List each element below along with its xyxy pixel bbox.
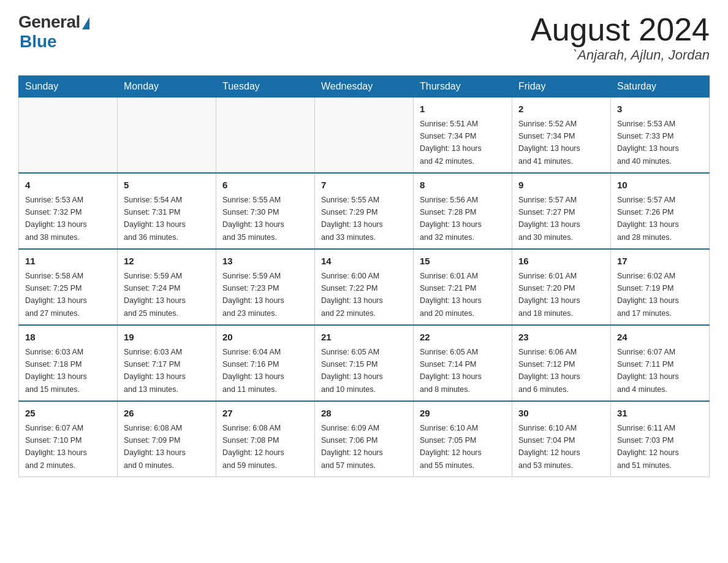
day-number: 15 <box>420 255 506 269</box>
calendar-cell: 28Sunrise: 6:09 AM Sunset: 7:06 PM Dayli… <box>315 401 414 477</box>
calendar-cell: 23Sunrise: 6:06 AM Sunset: 7:12 PM Dayli… <box>512 325 611 401</box>
calendar-header-saturday: Saturday <box>611 76 710 98</box>
day-number: 6 <box>222 178 308 193</box>
location-subtitle: `Anjarah, Ajlun, Jordan <box>531 47 710 63</box>
calendar-cell: 15Sunrise: 6:01 AM Sunset: 7:21 PM Dayli… <box>414 249 512 325</box>
day-info: Sunrise: 6:00 AM Sunset: 7:22 PM Dayligh… <box>321 272 383 318</box>
logo-blue-text: Blue <box>20 32 57 52</box>
calendar-cell: 4Sunrise: 5:53 AM Sunset: 7:32 PM Daylig… <box>19 173 118 249</box>
day-number: 8 <box>420 178 506 193</box>
calendar-cell: 3Sunrise: 5:53 AM Sunset: 7:33 PM Daylig… <box>611 98 710 174</box>
day-info: Sunrise: 5:55 AM Sunset: 7:29 PM Dayligh… <box>321 196 383 242</box>
day-number: 1 <box>420 102 506 117</box>
day-number: 29 <box>420 407 506 421</box>
calendar-table: SundayMondayTuesdayWednesdayThursdayFrid… <box>18 75 710 477</box>
page-header: General Blue August 2024 `Anjarah, Ajlun… <box>18 12 710 63</box>
day-info: Sunrise: 5:53 AM Sunset: 7:33 PM Dayligh… <box>617 120 679 166</box>
calendar-header-friday: Friday <box>512 76 611 98</box>
calendar-cell: 1Sunrise: 5:51 AM Sunset: 7:34 PM Daylig… <box>414 98 512 174</box>
day-number: 18 <box>25 331 111 345</box>
day-number: 24 <box>617 331 703 345</box>
day-info: Sunrise: 5:57 AM Sunset: 7:27 PM Dayligh… <box>518 196 580 242</box>
calendar-week-row: 11Sunrise: 5:58 AM Sunset: 7:25 PM Dayli… <box>19 249 710 325</box>
day-number: 5 <box>124 178 210 193</box>
calendar-header-monday: Monday <box>118 76 216 98</box>
day-number: 7 <box>321 178 407 193</box>
day-info: Sunrise: 6:10 AM Sunset: 7:05 PM Dayligh… <box>420 424 482 470</box>
day-number: 12 <box>124 255 210 269</box>
title-block: August 2024 `Anjarah, Ajlun, Jordan <box>531 12 710 63</box>
day-info: Sunrise: 5:56 AM Sunset: 7:28 PM Dayligh… <box>420 196 482 242</box>
calendar-cell: 8Sunrise: 5:56 AM Sunset: 7:28 PM Daylig… <box>414 173 512 249</box>
day-number: 20 <box>222 331 308 345</box>
day-info: Sunrise: 6:01 AM Sunset: 7:20 PM Dayligh… <box>518 272 580 318</box>
day-info: Sunrise: 6:11 AM Sunset: 7:03 PM Dayligh… <box>617 424 679 470</box>
day-number: 27 <box>222 407 308 421</box>
calendar-cell: 18Sunrise: 6:03 AM Sunset: 7:18 PM Dayli… <box>19 325 118 401</box>
calendar-cell: 5Sunrise: 5:54 AM Sunset: 7:31 PM Daylig… <box>118 173 216 249</box>
calendar-cell: 21Sunrise: 6:05 AM Sunset: 7:15 PM Dayli… <box>315 325 414 401</box>
logo: General Blue <box>18 12 89 52</box>
calendar-cell: 22Sunrise: 6:05 AM Sunset: 7:14 PM Dayli… <box>414 325 512 401</box>
day-info: Sunrise: 6:09 AM Sunset: 7:06 PM Dayligh… <box>321 424 383 470</box>
calendar-week-row: 4Sunrise: 5:53 AM Sunset: 7:32 PM Daylig… <box>19 173 710 249</box>
day-number: 31 <box>617 407 703 421</box>
day-info: Sunrise: 6:05 AM Sunset: 7:15 PM Dayligh… <box>321 348 383 394</box>
logo-triangle-icon <box>82 17 89 29</box>
day-info: Sunrise: 5:55 AM Sunset: 7:30 PM Dayligh… <box>222 196 284 242</box>
day-number: 21 <box>321 331 407 345</box>
calendar-cell: 29Sunrise: 6:10 AM Sunset: 7:05 PM Dayli… <box>414 401 512 477</box>
month-year-title: August 2024 <box>531 12 710 47</box>
calendar-header-row: SundayMondayTuesdayWednesdayThursdayFrid… <box>19 76 710 98</box>
calendar-cell <box>315 98 414 174</box>
day-number: 25 <box>25 407 111 421</box>
day-info: Sunrise: 6:08 AM Sunset: 7:08 PM Dayligh… <box>222 424 284 470</box>
day-info: Sunrise: 6:02 AM Sunset: 7:19 PM Dayligh… <box>617 272 679 318</box>
day-info: Sunrise: 6:08 AM Sunset: 7:09 PM Dayligh… <box>124 424 186 470</box>
calendar-cell: 17Sunrise: 6:02 AM Sunset: 7:19 PM Dayli… <box>611 249 710 325</box>
day-info: Sunrise: 5:51 AM Sunset: 7:34 PM Dayligh… <box>420 120 482 166</box>
day-info: Sunrise: 6:04 AM Sunset: 7:16 PM Dayligh… <box>222 348 284 394</box>
calendar-cell <box>118 98 216 174</box>
day-number: 13 <box>222 255 308 269</box>
day-number: 11 <box>25 255 111 269</box>
day-number: 16 <box>518 255 604 269</box>
calendar-cell: 19Sunrise: 6:03 AM Sunset: 7:17 PM Dayli… <box>118 325 216 401</box>
calendar-cell: 20Sunrise: 6:04 AM Sunset: 7:16 PM Dayli… <box>216 325 315 401</box>
day-number: 28 <box>321 407 407 421</box>
day-info: Sunrise: 5:53 AM Sunset: 7:32 PM Dayligh… <box>25 196 87 242</box>
calendar-cell: 16Sunrise: 6:01 AM Sunset: 7:20 PM Dayli… <box>512 249 611 325</box>
calendar-week-row: 25Sunrise: 6:07 AM Sunset: 7:10 PM Dayli… <box>19 401 710 477</box>
calendar-cell: 6Sunrise: 5:55 AM Sunset: 7:30 PM Daylig… <box>216 173 315 249</box>
day-number: 23 <box>518 331 604 345</box>
day-number: 14 <box>321 255 407 269</box>
calendar-cell: 25Sunrise: 6:07 AM Sunset: 7:10 PM Dayli… <box>19 401 118 477</box>
calendar-cell: 24Sunrise: 6:07 AM Sunset: 7:11 PM Dayli… <box>611 325 710 401</box>
calendar-cell: 27Sunrise: 6:08 AM Sunset: 7:08 PM Dayli… <box>216 401 315 477</box>
day-number: 17 <box>617 255 703 269</box>
day-number: 10 <box>617 178 703 193</box>
day-number: 19 <box>124 331 210 345</box>
calendar-cell: 7Sunrise: 5:55 AM Sunset: 7:29 PM Daylig… <box>315 173 414 249</box>
day-number: 26 <box>124 407 210 421</box>
day-info: Sunrise: 5:58 AM Sunset: 7:25 PM Dayligh… <box>25 272 87 318</box>
calendar-cell <box>216 98 315 174</box>
day-info: Sunrise: 5:59 AM Sunset: 7:23 PM Dayligh… <box>222 272 284 318</box>
calendar-cell: 11Sunrise: 5:58 AM Sunset: 7:25 PM Dayli… <box>19 249 118 325</box>
calendar-header-sunday: Sunday <box>19 76 118 98</box>
calendar-cell: 13Sunrise: 5:59 AM Sunset: 7:23 PM Dayli… <box>216 249 315 325</box>
calendar-cell: 30Sunrise: 6:10 AM Sunset: 7:04 PM Dayli… <box>512 401 611 477</box>
calendar-cell: 26Sunrise: 6:08 AM Sunset: 7:09 PM Dayli… <box>118 401 216 477</box>
day-info: Sunrise: 6:07 AM Sunset: 7:10 PM Dayligh… <box>25 424 87 470</box>
day-info: Sunrise: 5:59 AM Sunset: 7:24 PM Dayligh… <box>124 272 186 318</box>
day-number: 9 <box>518 178 604 193</box>
calendar-cell: 9Sunrise: 5:57 AM Sunset: 7:27 PM Daylig… <box>512 173 611 249</box>
calendar-cell: 12Sunrise: 5:59 AM Sunset: 7:24 PM Dayli… <box>118 249 216 325</box>
logo-general-text: General <box>18 12 80 32</box>
calendar-cell: 2Sunrise: 5:52 AM Sunset: 7:34 PM Daylig… <box>512 98 611 174</box>
day-number: 2 <box>518 102 604 117</box>
day-info: Sunrise: 6:06 AM Sunset: 7:12 PM Dayligh… <box>518 348 580 394</box>
day-number: 4 <box>25 178 111 193</box>
calendar-header-wednesday: Wednesday <box>315 76 414 98</box>
day-info: Sunrise: 5:52 AM Sunset: 7:34 PM Dayligh… <box>518 120 580 166</box>
